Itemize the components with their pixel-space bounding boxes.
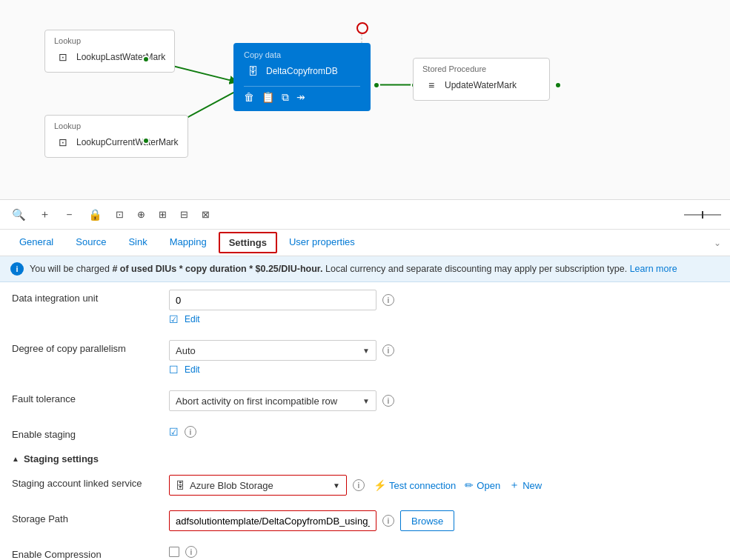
enable-staging-checkbox[interactable]: ☑ [169,426,179,438]
info-text: You will be charged # of used DIUs * cop… [30,264,677,274]
node-stored1[interactable]: Stored Procedure ≡ UpdateWaterMark [413,58,550,101]
tab-sink[interactable]: Sink [118,230,157,255]
fault-tolerance-label: Fault tolerance [12,390,160,404]
node-copy1-name: DeltaCopyfromDB [266,66,338,76]
test-connection-label: Test connection [389,480,456,491]
node-copy1-type: Copy data [244,50,360,59]
node-copy1[interactable]: Copy data 🗄 DeltaCopyfromDB 🗑 📋 ⧉ ↠ [233,43,371,111]
node-connect-icon[interactable]: ↠ [296,91,305,104]
enable-staging-info-icon[interactable]: i [185,426,196,438]
node-duplicate-icon[interactable]: ⧉ [282,91,289,104]
node-stored1-name: UpdateWaterMark [445,80,517,90]
parallelism-info-icon[interactable]: i [382,344,394,356]
staging-settings-header: ▲ Staging settings [12,447,718,467]
browse-button[interactable]: Browse [400,510,454,531]
start-circle [356,22,368,34]
parallelism-label: Degree of copy parallelism [12,340,160,354]
canvas-toolbar: 🔍 ＋ － 🔒 ⊡ ⊕ ⊞ ⊟ ⊠ [0,200,730,230]
learn-more-link[interactable]: Learn more [630,264,677,274]
fault-tolerance-info-icon[interactable]: i [382,395,394,407]
conn-dot-stored-right [554,81,562,89]
setting-row-enable-staging: Enable staging ☑ i [12,419,718,447]
node-copy-icon[interactable]: 📋 [262,91,274,104]
activity-tabs: General Source Sink Mapping Settings Use… [0,230,730,256]
search-icon[interactable]: 🔍 [9,207,29,223]
parallelism-edit-link[interactable]: Edit [185,364,200,375]
parallelism-control: Auto ▼ Auto12481632 i ☐ Edit [169,340,718,376]
node-lookup2-type: Lookup [54,121,179,130]
info-banner: i You will be charged # of used DIUs * c… [0,256,730,282]
conn-dot-lookup2 [142,137,150,144]
open-button[interactable]: ✏ Open [465,479,500,491]
tab-user-properties[interactable]: User properties [279,230,365,255]
node-delete-icon[interactable]: 🗑 [244,91,254,104]
tab-source[interactable]: Source [65,230,116,255]
enable-staging-control: ☑ i [169,426,718,438]
staging-ls-storage-icon: 🗄 [176,480,185,491]
lock-icon[interactable]: 🔒 [85,207,105,223]
tab-general[interactable]: General [9,230,64,255]
fault-tolerance-dropdown[interactable]: Abort activity on first incompatible row… [169,390,376,411]
test-connection-icon: ⚡ [374,479,386,491]
node-lookup1[interactable]: Lookup ⊡ LookupLastWaterMark [44,30,175,73]
enable-staging-label: Enable staging [12,426,160,440]
node-copy1-icon: 🗄 [244,62,262,80]
setting-row-enable-compression: Enable Compression i [12,539,718,560]
setting-row-diu: Data integration unit i ☑ Edit [12,282,718,333]
node-lookup1-icon: ⊡ [54,48,72,66]
pipeline-canvas[interactable]: Lookup ⊡ LookupLastWaterMark Lookup ⊡ Lo… [0,0,730,200]
minimap-icon[interactable]: ⊠ [199,207,213,221]
open-icon: ✏ [465,479,474,491]
zoom-out-icon[interactable]: － [61,206,78,223]
enable-compression-label: Enable Compression [12,546,160,560]
node-lookup1-name: LookupLastWaterMark [76,52,165,62]
node-stored1-icon: ≡ [422,76,440,94]
storage-path-input[interactable] [169,510,376,531]
node-stored1-type: Stored Procedure [422,64,540,73]
enable-compression-info-icon[interactable]: i [185,546,197,558]
node-lookup2[interactable]: Lookup ⊡ LookupCurrentWaterMark [44,115,188,158]
diu-edit-link[interactable]: Edit [185,314,200,324]
new-button[interactable]: ＋ New [509,479,542,492]
staging-settings-label: Staging settings [24,453,99,464]
diu-edit-check: ☑ [169,313,179,325]
conn-dot-copy-right [373,81,380,89]
staging-ls-label: Staging account linked service [12,475,160,489]
tab-settings[interactable]: Settings [219,232,277,253]
fit-width-icon[interactable]: ⊕ [134,207,148,221]
staging-ls-dropdown[interactable]: 🗄 Azure Blob Storage ▼ [169,475,347,496]
diu-control: i ☑ Edit [169,290,718,325]
open-label: Open [477,480,500,491]
setting-row-fault-tolerance: Fault tolerance Abort activity on first … [12,383,718,419]
diu-input[interactable] [169,290,376,310]
staging-ls-info-icon[interactable]: i [353,479,365,491]
grid-icon[interactable]: ⊟ [177,207,191,221]
zoom-in-icon[interactable]: ＋ [36,206,53,223]
panel-collapse-icon[interactable]: ⌄ [714,238,721,248]
node-lookup1-type: Lookup [54,36,165,45]
diu-label: Data integration unit [12,290,160,304]
storage-path-info-icon[interactable]: i [382,515,394,527]
staging-ls-actions: ⚡ Test connection ✏ Open ＋ New [374,479,542,492]
test-connection-button[interactable]: ⚡ Test connection [374,479,456,491]
setting-row-parallelism: Degree of copy parallelism Auto ▼ Auto12… [12,333,718,383]
layout-icon[interactable]: ⊞ [156,207,170,221]
fault-tolerance-control: Abort activity on first incompatible row… [169,390,718,411]
info-icon: i [10,262,24,276]
staging-chevron-icon[interactable]: ▲ [12,455,19,463]
new-label: New [522,480,542,491]
enable-compression-checkbox[interactable] [169,547,179,557]
setting-row-storage-path: Storage Path i Browse [12,503,718,539]
fit-screen-icon[interactable]: ⊡ [113,207,127,221]
enable-compression-control: i [169,546,718,558]
node-lookup2-icon: ⊡ [54,133,72,151]
staging-ls-control: 🗄 Azure Blob Storage ▼ i ⚡ Test connecti… [169,475,718,496]
new-icon: ＋ [509,479,520,492]
diu-info-icon[interactable]: i [382,294,394,306]
setting-row-staging-ls: Staging account linked service 🗄 Azure B… [12,467,718,503]
tab-mapping[interactable]: Mapping [159,230,217,255]
parallelism-dropdown[interactable]: Auto ▼ Auto12481632 [169,340,376,361]
parallelism-edit-check: ☐ [169,364,179,376]
staging-ls-arrow-icon: ▼ [333,481,340,490]
storage-path-label: Storage Path [12,510,160,524]
